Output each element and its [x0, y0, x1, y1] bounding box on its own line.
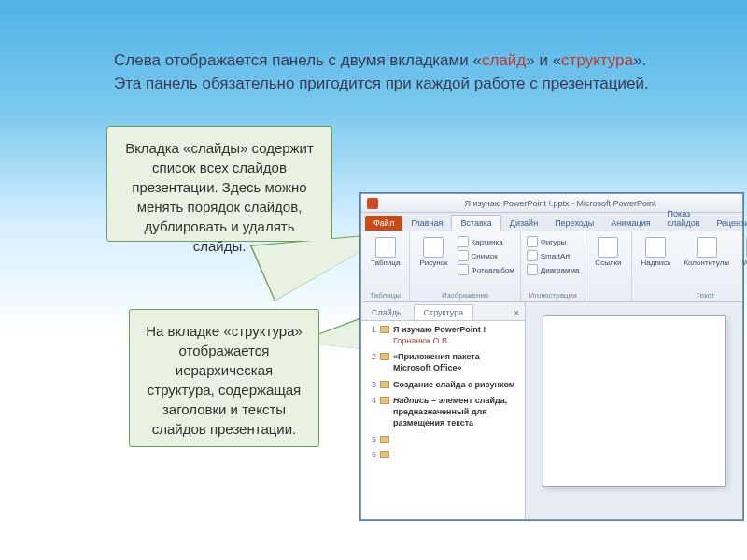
- slide-thumb-icon: [380, 451, 389, 458]
- smartart-icon: [527, 250, 538, 261]
- tab-animation[interactable]: Анимация: [602, 216, 658, 231]
- group-label-illustrations: Иллюстрации: [527, 291, 580, 300]
- btn-links-label: Ссылки: [595, 259, 621, 267]
- outline-list: 1Я изучаю PowerPoint !Горнанюк О.В.2«При…: [361, 321, 525, 519]
- ribbon-group-images: Рисунок Картинка Снимок Фотоальбом Изобр…: [410, 231, 520, 301]
- outline-item-text: Я изучаю PowerPoint !Горнанюк О.В.: [393, 325, 519, 346]
- btn-textbox-label: Надпись: [641, 259, 671, 267]
- outline-item-number: 2: [367, 352, 376, 373]
- header-text: Слева отображается панель с двумя вкладк…: [114, 49, 652, 95]
- tab-home[interactable]: Главная: [402, 216, 451, 231]
- header-line1-post: ».: [633, 51, 646, 69]
- slide-thumb-icon: [380, 397, 389, 404]
- outline-item-number: 4: [367, 396, 376, 428]
- outline-item[interactable]: 5: [367, 435, 519, 444]
- ppt-body: Слайды Структура × 1Я изучаю PowerPoint …: [361, 302, 742, 519]
- slide: Слева отображается панель с двумя вкладк…: [39, 7, 708, 553]
- chart-icon: [527, 264, 538, 275]
- shapes-icon: [527, 236, 538, 247]
- btn-screenshot-label: Снимок: [472, 252, 498, 260]
- pane-tabs: Слайды Структура ×: [361, 302, 525, 321]
- ribbon-group-illustrations: Фигуры SmartArt Диаграмма Иллюстрации: [521, 231, 586, 301]
- outline-item-number: 1: [367, 325, 376, 346]
- callout2-text: На вкладке «структура» отображается иера…: [146, 323, 303, 437]
- ribbon-group-links: Ссылки: [585, 231, 631, 301]
- outline-pane: Слайды Структура × 1Я изучаю PowerPoint …: [361, 302, 526, 519]
- ribbon-group-text: Надпись Колонтитулы WordArt Текст: [632, 231, 747, 301]
- slide-thumb-icon: [380, 326, 389, 333]
- outline-item-number: 3: [367, 380, 376, 391]
- slide-thumb-icon: [380, 381, 389, 388]
- btn-headerfooter-label: Колонтитулы: [684, 259, 729, 267]
- btn-shapes[interactable]: Фигуры: [527, 235, 580, 248]
- outline-item[interactable]: 3Создание слайда с рисунком: [367, 380, 519, 391]
- outline-item[interactable]: 4Надпись – элемент слайда, предназначенн…: [367, 396, 519, 428]
- tab-slideshow[interactable]: Показ слайдов: [659, 206, 709, 231]
- powerpoint-logo-icon: [367, 198, 378, 209]
- headerfooter-icon: [697, 237, 717, 258]
- btn-wordart[interactable]: WordArt: [739, 235, 747, 269]
- btn-textbox[interactable]: Надпись: [638, 235, 675, 269]
- outline-item-text: Надпись – элемент слайда, предназначенны…: [393, 396, 519, 428]
- screenshot-icon: [458, 250, 469, 261]
- pane-tab-outline[interactable]: Структура: [414, 304, 474, 320]
- btn-headerfooter[interactable]: Колонтитулы: [680, 235, 733, 269]
- outline-item[interactable]: 2«Приложения пакета Microsoft Office»: [367, 352, 519, 373]
- outline-item-text: Создание слайда с рисунком: [393, 380, 519, 391]
- header-hl-slide: слайд: [482, 51, 526, 69]
- tab-insert[interactable]: Вставка: [451, 215, 500, 231]
- outline-item-text: «Приложения пакета Microsoft Office»: [393, 352, 519, 373]
- slide-canvas-area: [526, 302, 742, 519]
- ribbon: Таблица Таблицы Рисунок Картинка Снимок …: [361, 231, 742, 302]
- outline-item-number: 5: [367, 435, 376, 444]
- btn-album[interactable]: Фотоальбом: [458, 263, 514, 276]
- slide-canvas[interactable]: [543, 315, 726, 487]
- outline-item-text: [393, 435, 519, 444]
- textbox-icon: [645, 237, 666, 258]
- btn-clip-label: Картинка: [472, 238, 503, 246]
- tab-review[interactable]: Рецензирование: [708, 216, 747, 231]
- btn-table-label: Таблица: [371, 259, 400, 267]
- header-line2: Эта панель обязательно пригодится при ка…: [114, 75, 649, 92]
- btn-links[interactable]: Ссылки: [591, 235, 625, 269]
- btn-clip[interactable]: Картинка: [458, 235, 514, 248]
- pane-close-icon[interactable]: ×: [508, 306, 525, 320]
- btn-table[interactable]: Таблица: [367, 235, 403, 269]
- tab-file[interactable]: Файл: [365, 216, 402, 231]
- picture-icon: [423, 237, 444, 258]
- btn-picture[interactable]: Рисунок: [416, 235, 451, 276]
- pane-tab-slides[interactable]: Слайды: [361, 304, 414, 320]
- table-icon: [375, 237, 396, 258]
- callout-structure-tab: На вкладке «структура» отображается иера…: [129, 309, 319, 447]
- btn-shapes-label: Фигуры: [541, 238, 567, 246]
- header-hl-structure: структура: [561, 51, 633, 69]
- btn-wordart-label: WordArt: [742, 259, 747, 267]
- outline-item-number: 6: [367, 450, 376, 459]
- link-icon: [598, 237, 618, 258]
- slide-thumb-icon: [380, 353, 389, 360]
- btn-chart-label: Диаграмма: [541, 266, 580, 274]
- header-line1-pre: Слева отображается панель с двумя вкладк…: [114, 51, 482, 69]
- btn-screenshot[interactable]: Снимок: [458, 249, 514, 262]
- powerpoint-screenshot: Я изучаю PowerPoint !.pptx - Microsoft P…: [360, 193, 743, 520]
- group-label-images: Изображения: [416, 291, 514, 300]
- tab-transitions[interactable]: Переходы: [546, 216, 602, 231]
- group-label-text: Текст: [638, 291, 747, 300]
- outline-item-text: [393, 450, 519, 459]
- clip-icon: [458, 236, 469, 247]
- callout-slides-tab: Вкладка «слайды» содержит список всех сл…: [106, 126, 332, 242]
- outline-item[interactable]: 1Я изучаю PowerPoint !Горнанюк О.В.: [367, 325, 519, 346]
- group-label-tables: Таблицы: [367, 291, 403, 300]
- outline-item[interactable]: 6: [367, 450, 519, 459]
- album-icon: [458, 264, 469, 275]
- callout1-text: Вкладка «слайды» содержит список всех сл…: [125, 140, 314, 254]
- btn-smartart-label: SmartArt: [541, 252, 571, 260]
- header-line1-mid: » и «: [526, 51, 561, 69]
- tab-design[interactable]: Дизайн: [501, 216, 546, 231]
- btn-chart[interactable]: Диаграмма: [527, 263, 580, 276]
- group-label-links-empty: [591, 291, 625, 300]
- btn-album-label: Фотоальбом: [472, 266, 514, 274]
- btn-picture-label: Рисунок: [419, 259, 447, 267]
- ribbon-group-tables: Таблица Таблицы: [361, 231, 410, 301]
- btn-smartart[interactable]: SmartArt: [527, 249, 580, 262]
